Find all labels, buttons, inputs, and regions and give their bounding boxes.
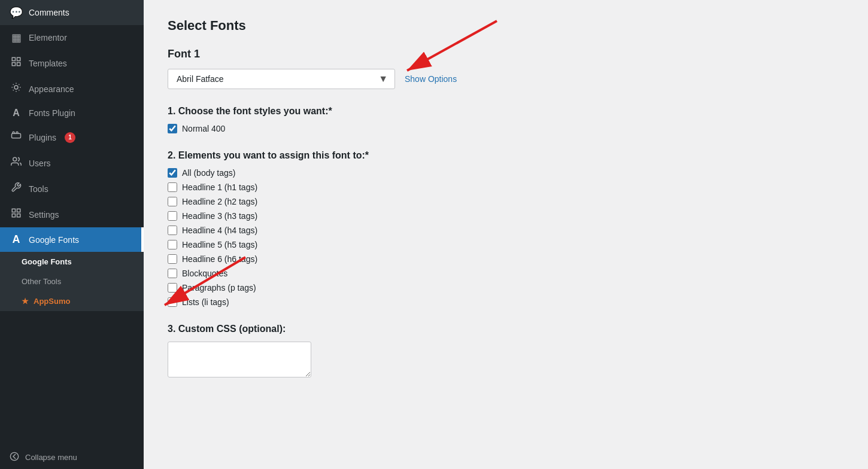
h4-checkbox[interactable] — [168, 226, 177, 235]
collapse-label: Collapse menu — [25, 453, 77, 462]
google-fonts-icon: A — [10, 233, 23, 246]
step3-heading: 3. Custom CSS (optional): — [168, 324, 844, 334]
checkbox-h6: Headline 6 (h6 tags) — [168, 254, 844, 264]
checkbox-h1: Headline 1 (h1 tags) — [168, 182, 844, 192]
users-icon — [10, 156, 23, 170]
sidebar-item-tools[interactable]: Tools — [0, 176, 144, 202]
collapse-icon — [10, 452, 19, 463]
star-icon: ★ — [22, 297, 29, 306]
submenu-label: Google Fonts — [22, 257, 72, 266]
blockquotes-label: Blockquotes — [182, 269, 227, 278]
elementor-icon: ▦ — [10, 31, 23, 44]
h1-label: Headline 1 (h1 tags) — [182, 182, 257, 192]
h2-checkbox[interactable] — [168, 197, 177, 206]
svg-rect-2 — [12, 63, 15, 66]
checkbox-h5: Headline 5 (h5 tags) — [168, 240, 844, 249]
sidebar-item-label: Comments — [29, 8, 69, 17]
normal400-label: Normal 400 — [182, 124, 225, 133]
comments-icon: 💬 — [10, 6, 23, 19]
svg-rect-0 — [12, 57, 15, 60]
plugins-badge: 1 — [65, 132, 75, 143]
show-options-link[interactable]: Show Options — [405, 74, 457, 84]
settings-icon — [10, 208, 23, 221]
sidebar-item-plugins[interactable]: Plugins 1 — [0, 124, 144, 150]
submenu-google-fonts[interactable]: Google Fonts — [0, 252, 144, 272]
svg-point-5 — [13, 157, 17, 161]
h3-label: Headline 3 (h3 tags) — [182, 211, 257, 221]
sidebar-item-google-fonts-parent[interactable]: A Google Fonts — [0, 227, 144, 252]
svg-rect-6 — [12, 209, 15, 212]
svg-point-4 — [14, 86, 18, 89]
checkbox-h3: Headline 3 (h3 tags) — [168, 211, 844, 221]
submenu-label: Other Tools — [22, 277, 61, 286]
h6-checkbox[interactable] — [168, 254, 177, 264]
step3-section: 3. Custom CSS (optional): — [168, 324, 844, 380]
sidebar-item-label: Elementor — [29, 33, 67, 42]
step2-section: 2. Elements you want to assign this font… — [168, 150, 844, 307]
svg-point-10 — [10, 452, 18, 460]
collapse-menu[interactable]: Collapse menu — [0, 446, 144, 469]
paragraphs-label: Paragraphs (p tags) — [182, 283, 256, 293]
blockquotes-checkbox[interactable] — [168, 269, 177, 278]
sidebar-item-templates[interactable]: Templates — [0, 50, 144, 76]
sidebar-item-label: Appearance — [29, 84, 74, 94]
font1-label: Font 1 — [168, 48, 844, 60]
paragraphs-checkbox[interactable] — [168, 283, 177, 293]
h5-checkbox[interactable] — [168, 240, 177, 249]
fonts-plugin-icon: A — [10, 108, 23, 118]
appearance-icon — [10, 82, 23, 96]
checkbox-normal400: Normal 400 — [168, 124, 844, 133]
font1-section: Font 1 Abril Fatface ▼ Show Options — [168, 48, 844, 89]
sidebar-item-label: Settings — [29, 210, 59, 220]
templates-icon — [10, 56, 23, 70]
sidebar-item-elementor[interactable]: ▦ Elementor — [0, 25, 144, 50]
checkbox-blockquotes: Blockquotes — [168, 269, 844, 278]
step1-section: 1. Choose the font styles you want:* Nor… — [168, 106, 844, 133]
lists-label: Lists (li tags) — [182, 297, 229, 307]
sidebar-item-users[interactable]: Users — [0, 150, 144, 176]
submenu-appsumo[interactable]: ★ AppSumo — [0, 291, 144, 311]
h5-label: Headline 5 (h5 tags) — [182, 240, 257, 249]
checkbox-paragraphs: Paragraphs (p tags) — [168, 283, 844, 293]
sidebar-item-fonts-plugin[interactable]: A Fonts Plugin — [0, 102, 144, 124]
checkbox-h4: Headline 4 (h4 tags) — [168, 226, 844, 235]
sidebar-item-label: Templates — [29, 59, 67, 68]
sidebar-item-comments[interactable]: 💬 Comments — [0, 0, 144, 25]
checkbox-lists: Lists (li tags) — [168, 297, 844, 307]
svg-rect-7 — [17, 209, 20, 212]
submenu-other-tools[interactable]: Other Tools — [0, 272, 144, 291]
font-dropdown[interactable]: Abril Fatface — [168, 69, 395, 89]
svg-rect-3 — [17, 63, 20, 66]
checkbox-all-body: All (body tags) — [168, 168, 844, 178]
sidebar-item-label: Tools — [29, 184, 48, 194]
h1-checkbox[interactable] — [168, 182, 177, 192]
checkbox-h2: Headline 2 (h2 tags) — [168, 197, 844, 206]
sidebar-item-label: Fonts Plugin — [29, 108, 75, 118]
page-title: Select Fonts — [168, 18, 844, 34]
sidebar-item-label: Users — [29, 159, 51, 168]
custom-css-textarea[interactable] — [168, 342, 311, 377]
google-fonts-submenu: Google Fonts Other Tools ★ AppSumo — [0, 252, 144, 311]
sidebar-item-appearance[interactable]: Appearance — [0, 76, 144, 102]
sidebar: 💬 Comments ▦ Elementor Templates Appeara… — [0, 0, 144, 469]
h6-label: Headline 6 (h6 tags) — [182, 254, 257, 264]
svg-rect-8 — [17, 214, 20, 217]
svg-rect-1 — [17, 57, 20, 60]
lists-checkbox[interactable] — [168, 297, 177, 307]
step1-heading: 1. Choose the font styles you want:* — [168, 106, 844, 117]
font-select-row: Abril Fatface ▼ Show Options — [168, 69, 844, 89]
h2-label: Headline 2 (h2 tags) — [182, 197, 257, 206]
svg-rect-9 — [12, 214, 15, 217]
h3-checkbox[interactable] — [168, 211, 177, 221]
main-content: Select Fonts Font 1 Abril Fatface ▼ Show… — [144, 0, 868, 469]
plugins-icon — [10, 130, 23, 144]
sidebar-item-label: Google Fonts — [29, 235, 79, 245]
sidebar-item-settings[interactable]: Settings — [0, 202, 144, 227]
normal400-checkbox[interactable] — [168, 124, 177, 133]
all-body-label: All (body tags) — [182, 168, 235, 178]
step2-heading: 2. Elements you want to assign this font… — [168, 150, 844, 161]
all-body-checkbox[interactable] — [168, 168, 177, 178]
sidebar-item-label: Plugins — [29, 133, 56, 142]
tools-icon — [10, 182, 23, 196]
font-dropdown-wrapper[interactable]: Abril Fatface ▼ — [168, 69, 395, 89]
